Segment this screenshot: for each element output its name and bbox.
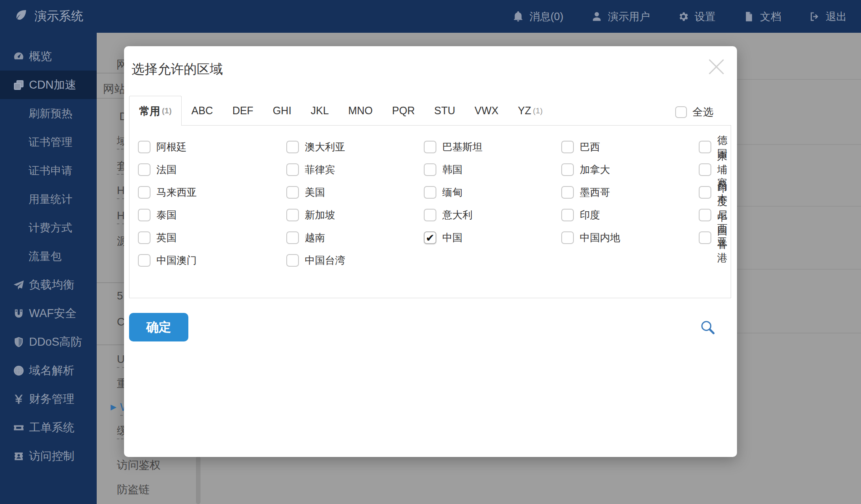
country-option-mexico[interactable]: 墨西哥 bbox=[561, 181, 699, 204]
close-icon[interactable] bbox=[706, 56, 727, 77]
country-option-philippines[interactable]: 菲律宾 bbox=[286, 158, 424, 181]
background-menu-item[interactable]: 防盗链 bbox=[117, 482, 150, 497]
topbar-item-docs[interactable]: 文档 bbox=[743, 10, 781, 24]
country-option-vietnam[interactable]: 越南 bbox=[286, 226, 424, 249]
sidebar-item-billing-method[interactable]: 计费方式 bbox=[0, 213, 97, 242]
tab-pqr[interactable]: PQR bbox=[383, 96, 425, 126]
checkbox[interactable] bbox=[138, 209, 151, 221]
country-option-india[interactable]: 印度 bbox=[561, 204, 699, 226]
checkbox[interactable] bbox=[286, 254, 299, 267]
tab-vwx[interactable]: VWX bbox=[465, 96, 508, 126]
country-option-france[interactable]: 法国 bbox=[138, 158, 286, 181]
sidebar-item-load-balancing[interactable]: 负载均衡 bbox=[0, 270, 97, 299]
sidebar-item-dns-resolution[interactable]: 域名解析 bbox=[0, 356, 97, 385]
country-option-italy[interactable]: 意大利 bbox=[424, 204, 561, 226]
tab-mno[interactable]: MNO bbox=[338, 96, 382, 126]
country-option-usa[interactable]: 美国 bbox=[286, 181, 424, 204]
background-menu-scrollbar[interactable] bbox=[196, 456, 201, 504]
checkbox[interactable] bbox=[424, 163, 436, 176]
country-option-brazil[interactable]: 巴西 bbox=[561, 136, 699, 158]
country-option-pakistan[interactable]: 巴基斯坦 bbox=[424, 136, 561, 158]
background-menu-item[interactable]: 访问鉴权 bbox=[117, 458, 161, 472]
background-menu-item[interactable]: U bbox=[117, 353, 125, 366]
checkbox[interactable] bbox=[138, 186, 151, 199]
tab-yz[interactable]: YZ(1) bbox=[508, 96, 552, 126]
sidebar-item-cdn-acceleration[interactable]: CDN加速 bbox=[0, 71, 97, 99]
checkbox[interactable] bbox=[699, 163, 711, 176]
country-option-china-macau[interactable]: 中国澳门 bbox=[138, 249, 286, 272]
countries-panel: 阿根廷澳大利亚巴基斯坦巴西德国法国菲律宾韩国加拿大柬埔寨马来西亚美国缅甸墨西哥日… bbox=[129, 125, 731, 298]
tab-def[interactable]: DEF bbox=[223, 96, 263, 126]
country-option-argentina[interactable]: 阿根廷 bbox=[138, 136, 286, 158]
country-option-canada[interactable]: 加拿大 bbox=[561, 158, 699, 181]
checkbox[interactable] bbox=[286, 186, 299, 199]
checkbox[interactable] bbox=[424, 186, 436, 199]
sidebar-item-usage-stats[interactable]: 用量统计 bbox=[0, 185, 97, 213]
sidebar-item-waf-security[interactable]: WAF安全 bbox=[0, 299, 97, 328]
checkbox[interactable] bbox=[286, 141, 299, 153]
select-all-checkbox[interactable]: 全选 bbox=[675, 105, 713, 119]
tab-ghi[interactable]: GHI bbox=[263, 96, 301, 126]
topbar-item-messages[interactable]: 消息(0) bbox=[512, 10, 563, 24]
checkbox-checked[interactable]: ✔ bbox=[424, 231, 436, 244]
country-option-singapore[interactable]: 新加坡 bbox=[286, 204, 424, 226]
sidebar-item-access-control[interactable]: 访问控制 bbox=[0, 442, 97, 470]
background-menu-item[interactable]: H bbox=[117, 209, 125, 222]
checkbox[interactable] bbox=[286, 231, 299, 244]
sidebar-item-label: 负载均衡 bbox=[29, 277, 74, 292]
background-menu-item[interactable]: H bbox=[117, 184, 125, 197]
sidebar-item-finance-management[interactable]: 财务管理 bbox=[0, 385, 97, 413]
country-option-thailand[interactable]: 泰国 bbox=[138, 204, 286, 226]
checkbox[interactable] bbox=[561, 186, 574, 199]
country-option-uk[interactable]: 英国 bbox=[138, 226, 286, 249]
country-option-china[interactable]: ✔中国 bbox=[424, 226, 561, 249]
country-option-china-taiwan[interactable]: 中国台湾 bbox=[286, 249, 424, 272]
background-menu-item[interactable]: 5 bbox=[117, 289, 123, 302]
app-logo[interactable]: 演示系统 bbox=[14, 0, 83, 33]
checkbox[interactable] bbox=[561, 141, 574, 153]
checkbox[interactable] bbox=[138, 163, 151, 176]
checkbox[interactable] bbox=[699, 141, 711, 153]
topbar-item-user[interactable]: 演示用户 bbox=[591, 10, 650, 24]
checkbox[interactable] bbox=[286, 163, 299, 176]
country-option-china-mainland[interactable]: 中国内地 bbox=[561, 226, 699, 249]
ticket-icon bbox=[13, 422, 29, 434]
country-option-malaysia[interactable]: 马来西亚 bbox=[138, 181, 286, 204]
checkbox[interactable] bbox=[424, 141, 436, 153]
tab-jkl[interactable]: JKL bbox=[301, 96, 338, 126]
checkbox[interactable] bbox=[424, 209, 436, 221]
checkbox[interactable] bbox=[699, 186, 711, 199]
checkbox[interactable] bbox=[138, 141, 151, 153]
sidebar-item-cert-apply[interactable]: 证书申请 bbox=[0, 156, 97, 185]
search-icon[interactable] bbox=[698, 318, 717, 337]
country-label: 阿根廷 bbox=[156, 140, 187, 154]
country-option-china-hongkong[interactable]: 中国香港 bbox=[699, 226, 731, 249]
checkbox[interactable] bbox=[138, 231, 151, 244]
background-menu-item[interactable]: 网站 bbox=[103, 81, 126, 97]
sidebar-item-ticket-system[interactable]: 工单系统 bbox=[0, 413, 97, 442]
checkbox[interactable] bbox=[675, 106, 687, 118]
checkbox[interactable] bbox=[286, 209, 299, 221]
background-menu-item[interactable]: C bbox=[117, 315, 125, 328]
topbar-item-logout[interactable]: 退出 bbox=[809, 10, 847, 24]
country-option-south-korea[interactable]: 韩国 bbox=[424, 158, 561, 181]
tab-common[interactable]: 常用(1) bbox=[129, 96, 182, 126]
tab-stu[interactable]: STU bbox=[425, 96, 465, 126]
checkbox[interactable] bbox=[561, 163, 574, 176]
sidebar-item-ddos-protection[interactable]: DDoS高防 bbox=[0, 328, 97, 356]
confirm-button[interactable]: 确定 bbox=[129, 313, 188, 341]
checkbox[interactable] bbox=[138, 254, 151, 267]
topbar-item-settings[interactable]: 设置 bbox=[678, 10, 716, 24]
tab-abc[interactable]: ABC bbox=[182, 96, 222, 126]
checkbox[interactable] bbox=[561, 209, 574, 221]
sidebar-item-cert-management[interactable]: 证书管理 bbox=[0, 128, 97, 156]
country-option-myanmar[interactable]: 缅甸 bbox=[424, 181, 561, 204]
checkbox[interactable] bbox=[561, 231, 574, 244]
checkbox[interactable] bbox=[699, 231, 711, 244]
country-option-cambodia[interactable]: 柬埔寨 bbox=[699, 158, 731, 181]
sidebar-item-overview[interactable]: 概览 bbox=[0, 42, 97, 71]
checkbox[interactable] bbox=[699, 209, 711, 221]
sidebar-item-traffic-package[interactable]: 流量包 bbox=[0, 242, 97, 270]
sidebar-item-refresh-prewarm[interactable]: 刷新预热 bbox=[0, 99, 97, 128]
country-option-australia[interactable]: 澳大利亚 bbox=[286, 136, 424, 158]
